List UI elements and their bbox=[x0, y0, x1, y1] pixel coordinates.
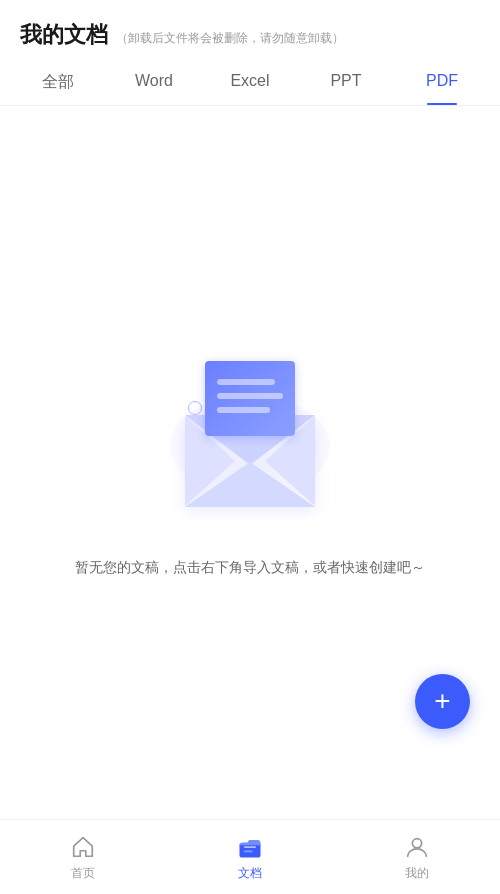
tab-ppt[interactable]: PPT bbox=[298, 60, 394, 105]
nav-label-profile: 我的 bbox=[405, 865, 429, 882]
paper-illustration bbox=[205, 361, 295, 436]
tab-excel[interactable]: Excel bbox=[202, 60, 298, 105]
home-icon bbox=[69, 833, 97, 861]
tab-word[interactable]: Word bbox=[106, 60, 202, 105]
nav-label-document: 文档 bbox=[238, 865, 262, 882]
paper-line-1 bbox=[217, 379, 275, 385]
tab-pdf[interactable]: PDF bbox=[394, 60, 490, 105]
content-area: 暂无您的文稿，点击右下角导入文稿，或者快速创建吧～ + bbox=[0, 106, 500, 819]
bottom-navigation: 首页 文档 我的 bbox=[0, 819, 500, 894]
page-subtitle: （卸载后文件将会被删除，请勿随意卸载） bbox=[116, 30, 344, 47]
plus-icon: + bbox=[434, 687, 450, 715]
svg-rect-1 bbox=[244, 846, 256, 848]
svg-point-3 bbox=[412, 838, 421, 847]
page-header: 我的文档 （卸载后文件将会被删除，请勿随意卸载） bbox=[0, 0, 500, 60]
fab-add-button[interactable]: + bbox=[415, 674, 470, 729]
document-icon bbox=[236, 833, 264, 861]
nav-label-home: 首页 bbox=[71, 865, 95, 882]
user-icon bbox=[403, 833, 431, 861]
nav-item-home[interactable]: 首页 bbox=[0, 825, 167, 890]
tab-all[interactable]: 全部 bbox=[10, 60, 106, 105]
page-title: 我的文档 bbox=[20, 20, 108, 50]
svg-rect-2 bbox=[244, 850, 253, 852]
nav-item-document[interactable]: 文档 bbox=[167, 825, 334, 890]
nav-item-profile[interactable]: 我的 bbox=[333, 825, 500, 890]
empty-illustration bbox=[150, 346, 350, 526]
paper-line-2 bbox=[217, 393, 283, 399]
empty-state-text: 暂无您的文稿，点击右下角导入文稿，或者快速创建吧～ bbox=[75, 556, 425, 578]
paper-line-3 bbox=[217, 407, 270, 413]
tab-bar: 全部 Word Excel PPT PDF bbox=[0, 60, 500, 106]
